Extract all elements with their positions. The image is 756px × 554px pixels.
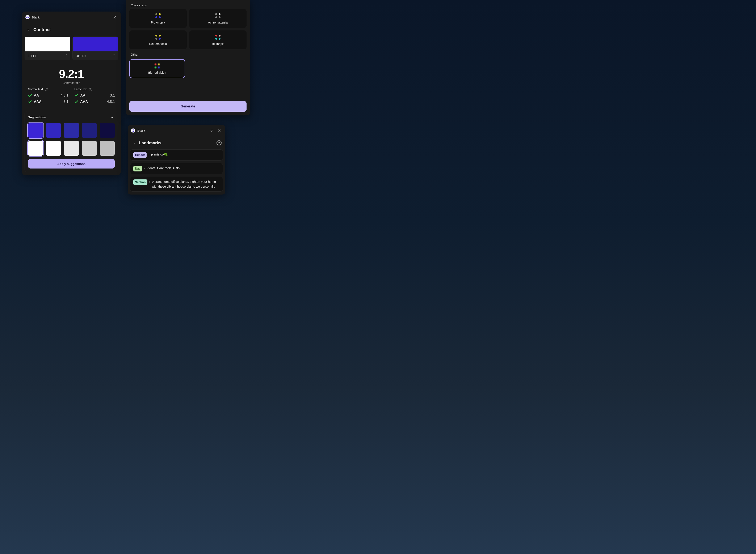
aa-requirement: 3:1 [110,93,115,98]
check-icon [28,94,32,98]
color-vision-label: Color vision [126,0,250,9]
contrast-ratio-label: Contrast ratio [22,81,121,85]
landmark-text: plants.co🌿 [151,152,220,157]
minimize-icon[interactable] [209,128,214,133]
landmark-badge: Section [133,179,147,185]
background-color-preview [73,37,118,51]
vision-card-label: Protonopia [151,21,165,24]
suggestions-label: Suggestions [28,116,46,119]
landmarks-panel: Stark Landmarks ? Header›plants.co🌿Nav›P… [128,125,225,195]
background-swatch[interactable]: 381FD1 [72,37,118,60]
suggestion-swatch[interactable] [64,123,79,138]
vision-card-label: Tritanopia [211,42,224,46]
close-icon[interactable] [216,128,222,133]
vision-card-deuteranopia[interactable]: Deuteranopia [130,31,187,49]
landmark-badge: Header [133,152,147,158]
chevron-up-icon[interactable] [109,115,115,120]
chevron-right-icon: › [144,166,145,171]
large-text-label: Large text [74,88,87,91]
other-label: Other [126,49,250,58]
background-hex-field[interactable]: 381FD1 [73,51,118,60]
foreground-color-preview [25,37,70,51]
landmark-text: Plants, Care tools, Gifts [147,166,220,171]
aaa-requirement: 4.5:1 [107,100,115,104]
landmark-badge: Nav [133,166,142,171]
suggestion-swatch[interactable] [46,141,61,156]
apply-suggestions-button[interactable]: Apply suggestions [28,159,115,168]
contrast-subheader: Contrast [22,23,121,35]
normal-text-criteria: Normal text ? AA 4.5:1 AAA 7:1 [28,88,68,106]
landmarks-header: Stark [128,125,225,136]
aaa-requirement: 7:1 [63,100,68,104]
suggestion-swatch[interactable] [100,123,115,138]
help-icon[interactable]: ? [89,88,92,91]
suggestion-swatch[interactable] [82,141,97,156]
help-icon[interactable]: ? [45,88,48,91]
back-icon[interactable] [132,140,137,146]
landmark-item[interactable]: Section›Vibrant home office plants. Ligh… [130,177,223,191]
chevron-right-icon: › [148,152,149,157]
back-icon[interactable] [26,27,31,32]
contrast-panel: Stark Contrast FFFFFF [22,11,121,175]
check-icon [74,94,79,98]
chevron-right-icon: › [149,179,150,184]
large-text-criteria: Large text ? AA 3:1 AAA 4.5:1 [74,88,115,106]
stark-logo-icon [131,128,135,132]
landmarks-subheader: Landmarks ? [128,136,225,148]
generate-button[interactable]: Generate [130,101,247,112]
suggestion-swatch[interactable] [46,123,61,138]
landmark-text: Vibrant home office plants. Lighten your… [152,179,220,189]
help-icon[interactable]: ? [216,141,221,146]
background-hex-value: 381FD1 [75,54,86,57]
panel-title: Stark [32,15,40,19]
check-icon [74,100,79,104]
aa-requirement: 4.5:1 [60,93,68,98]
aa-level: AA [80,93,86,98]
svg-line-5 [133,130,134,131]
contrast-title: Contrast [34,27,51,32]
contrast-ratio-value: 9.2:1 [22,67,121,80]
vision-card-label: Blurred vision [148,71,166,74]
vision-card-label: Achromatopsia [208,21,228,24]
suggestion-swatch[interactable] [82,123,97,138]
suggestion-swatch[interactable] [100,141,115,156]
panel-title: Stark [137,129,145,132]
landmarks-title: Landmarks [139,141,161,146]
svg-line-1 [27,16,28,18]
foreground-swatch[interactable]: FFFFFF [24,37,70,60]
vision-panel: Color vision ProtonopiaAchromatopsiaDeut… [126,0,250,115]
vision-card-blurred[interactable]: Blurred vision [130,59,185,78]
contrast-header: Stark [22,11,121,23]
suggestion-swatch[interactable] [28,123,43,138]
vision-card-achromatopsia[interactable]: Achromatopsia [189,9,247,28]
aaa-level: AAA [80,100,88,104]
stepper-icon [113,54,115,57]
stepper-icon [65,54,67,57]
suggestion-swatch[interactable] [28,141,43,156]
suggestions-card: Suggestions Apply suggestions [24,111,118,172]
aaa-level: AAA [34,100,42,104]
foreground-hex-value: FFFFFF [28,54,39,57]
landmark-item[interactable]: Nav›Plants, Care tools, Gifts [130,163,223,174]
normal-text-label: Normal text [28,88,43,91]
landmark-item[interactable]: Header›plants.co🌿 [130,150,223,161]
aa-level: AA [34,93,39,98]
vision-card-protonopia[interactable]: Protonopia [130,9,187,28]
close-icon[interactable] [112,14,117,20]
vision-card-label: Deuteranopia [149,42,167,46]
check-icon [28,100,32,104]
stark-logo-icon [26,15,30,19]
vision-card-tritanopia[interactable]: Tritanopia [189,31,247,49]
foreground-hex-field[interactable]: FFFFFF [25,51,70,60]
suggestion-swatch[interactable] [64,141,79,156]
